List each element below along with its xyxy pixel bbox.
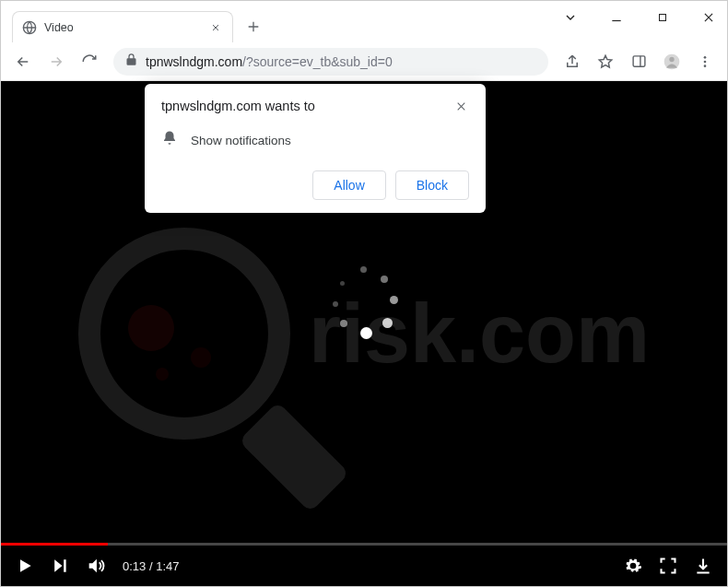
block-button[interactable]: Block <box>395 170 469 200</box>
menu-icon[interactable] <box>690 47 720 76</box>
fullscreen-icon[interactable] <box>659 557 677 575</box>
next-button[interactable] <box>51 557 69 575</box>
svg-point-4 <box>669 56 674 61</box>
lock-icon <box>124 53 138 70</box>
back-button[interactable] <box>8 47 38 76</box>
reload-button[interactable] <box>75 47 104 76</box>
close-icon[interactable] <box>695 4 722 31</box>
address-bar[interactable]: tpnwslndgm.com/?source=ev_tb&sub_id=0 <box>113 48 548 76</box>
star-icon[interactable] <box>591 47 620 76</box>
loading-spinner-icon <box>327 266 401 340</box>
svg-point-5 <box>704 56 707 59</box>
notification-prompt: tpnwslndgm.com wants to Show notificatio… <box>145 84 486 213</box>
video-controls: 0:13 / 1:47 <box>1 546 727 586</box>
svg-rect-2 <box>633 56 645 66</box>
new-tab-button[interactable] <box>241 14 266 40</box>
volume-button[interactable] <box>86 556 106 576</box>
tab-title: Video <box>44 21 208 34</box>
bell-icon <box>161 130 178 150</box>
settings-icon[interactable] <box>624 557 642 575</box>
svg-rect-1 <box>660 15 666 21</box>
browser-toolbar: tpnwslndgm.com/?source=ev_tb&sub_id=0 <box>1 42 727 81</box>
time-duration: 1:47 <box>156 559 179 573</box>
profile-icon[interactable] <box>657 47 687 76</box>
chevron-down-icon[interactable] <box>557 4 584 31</box>
allow-button[interactable]: Allow <box>312 170 385 200</box>
svg-point-6 <box>704 60 707 63</box>
url-domain: tpnwslndgm.com <box>146 54 242 69</box>
maximize-icon[interactable] <box>649 4 676 31</box>
time-current: 0:13 <box>123 559 146 573</box>
window-titlebar: Video <box>1 1 727 42</box>
browser-tab[interactable]: Video <box>12 11 233 42</box>
url-path: /?source=ev_tb&sub_id=0 <box>242 54 393 69</box>
share-icon[interactable] <box>558 47 587 76</box>
forward-button[interactable] <box>41 47 71 76</box>
tab-close-icon[interactable] <box>208 20 223 35</box>
side-panel-icon[interactable] <box>624 47 653 76</box>
globe-icon <box>22 20 37 35</box>
prompt-heading: tpnwslndgm.com wants to <box>161 99 315 113</box>
prompt-close-icon[interactable] <box>453 99 469 117</box>
minimize-icon[interactable] <box>603 4 630 31</box>
svg-point-7 <box>704 65 707 67</box>
download-icon[interactable] <box>694 557 712 575</box>
window-controls <box>557 4 722 31</box>
prompt-message: Show notifications <box>191 134 291 147</box>
video-time: 0:13 / 1:47 <box>123 559 179 573</box>
play-button[interactable] <box>16 557 34 575</box>
url-text: tpnwslndgm.com/?source=ev_tb&sub_id=0 <box>146 53 393 70</box>
